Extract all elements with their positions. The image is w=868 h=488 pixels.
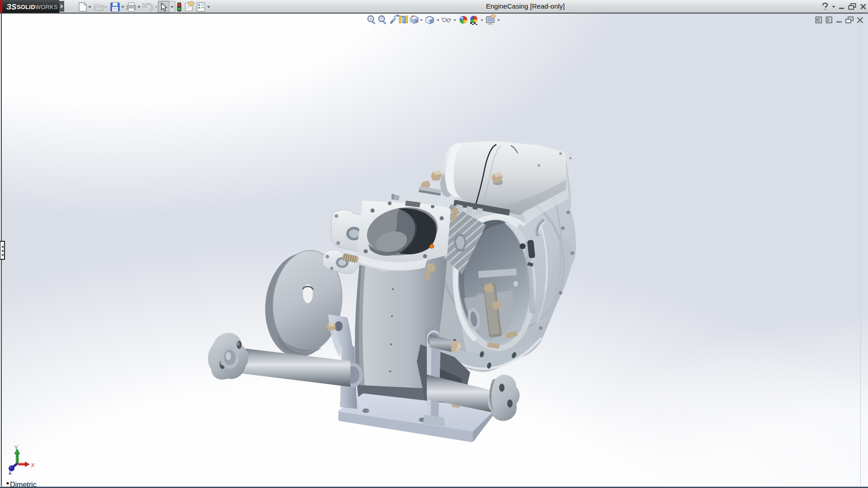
svg-text:SOLIDWORKS: SOLIDWORKS (17, 4, 58, 10)
svg-text:X: X (30, 462, 35, 469)
svg-text:ЗS: ЗS (6, 3, 17, 11)
svg-text:Dimetric: Dimetric (10, 481, 37, 488)
svg-text:EngineCasing [Read-only]: EngineCasing [Read-only] (486, 2, 565, 10)
